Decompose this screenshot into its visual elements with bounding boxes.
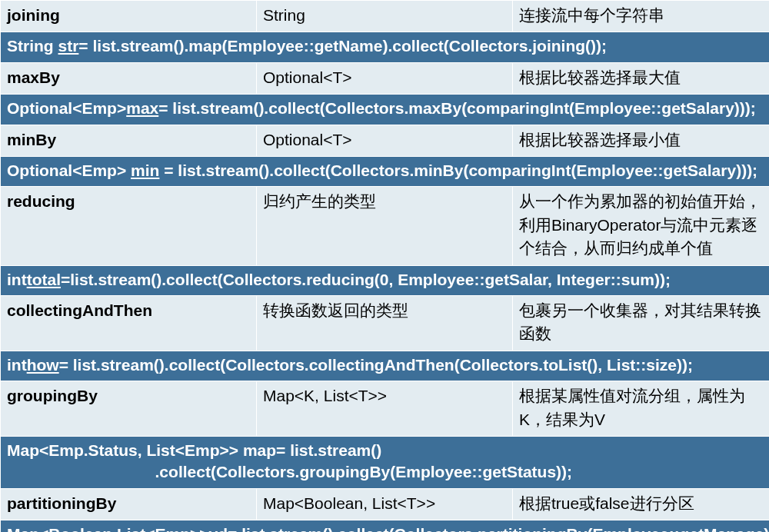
description: 根据某属性值对流分组，属性为K，结果为V	[513, 381, 770, 437]
return-type: 转换函数返回的类型	[257, 296, 513, 351]
table-row: reducing归约产生的类型从一个作为累加器的初始值开始，利用BinaryOp…	[1, 187, 770, 265]
code-example-row: Optional<Emp> min = list.stream().collec…	[1, 157, 770, 187]
code-example: Map<Boolean,List<Emp>>vd= list.stream().…	[1, 520, 770, 532]
table-row: collectingAndThen转换函数返回的类型包裹另一个收集器，对其结果转…	[1, 296, 770, 351]
collector-name: groupingBy	[1, 381, 257, 437]
return-type: String	[257, 1, 513, 32]
code-example: inttotal=list.stream().collect(Collector…	[1, 265, 770, 295]
return-type: 归约产生的类型	[257, 187, 513, 265]
code-example: inthow= list.stream().collect(Collectors…	[1, 351, 770, 381]
description: 连接流中每个字符串	[513, 1, 770, 32]
code-example-row: Map<Boolean,List<Emp>>vd= list.stream().…	[1, 520, 770, 532]
collector-name: joining	[1, 1, 257, 32]
code-example-row: String str= list.stream().map(Employee::…	[1, 32, 770, 62]
collector-name: minBy	[1, 125, 257, 156]
table-row: groupingByMap<K, List<T>>根据某属性值对流分组，属性为K…	[1, 381, 770, 437]
collector-name: partitioningBy	[1, 488, 257, 520]
code-example: Map<Emp.Status, List<Emp>> map= list.str…	[1, 437, 770, 489]
description: 从一个作为累加器的初始值开始，利用BinaryOperator与流中元素逐个结合…	[513, 187, 770, 265]
table-row: minByOptional<T>根据比较器选择最小值	[1, 125, 770, 156]
code-example: String str= list.stream().map(Employee::…	[1, 32, 770, 62]
description: 根据true或false进行分区	[513, 488, 770, 520]
description: 根据比较器选择最小值	[513, 125, 770, 156]
code-example-row: Optional<Emp>max= list.stream().collect(…	[1, 95, 770, 125]
code-example-row: Map<Emp.Status, List<Emp>> map= list.str…	[1, 437, 770, 489]
collector-name: reducing	[1, 187, 257, 265]
description: 根据比较器选择最大值	[513, 62, 770, 94]
description: 包裹另一个收集器，对其结果转换函数	[513, 296, 770, 351]
table-row: partitioningByMap<Boolean, List<T>>根据tru…	[1, 488, 770, 520]
collectors-table: joiningString连接流中每个字符串String str= list.s…	[0, 0, 769, 532]
code-example: Optional<Emp> min = list.stream().collec…	[1, 157, 770, 187]
code-example: Optional<Emp>max= list.stream().collect(…	[1, 95, 770, 125]
return-type: Map<K, List<T>>	[257, 381, 513, 437]
return-type: Optional<T>	[257, 62, 513, 94]
code-example-row: inttotal=list.stream().collect(Collector…	[1, 265, 770, 295]
collector-name: collectingAndThen	[1, 296, 257, 351]
collector-name: maxBy	[1, 62, 257, 94]
return-type: Map<Boolean, List<T>>	[257, 488, 513, 520]
code-example-row: inthow= list.stream().collect(Collectors…	[1, 351, 770, 381]
table-row: maxByOptional<T>根据比较器选择最大值	[1, 62, 770, 94]
table-row: joiningString连接流中每个字符串	[1, 1, 770, 32]
return-type: Optional<T>	[257, 125, 513, 156]
